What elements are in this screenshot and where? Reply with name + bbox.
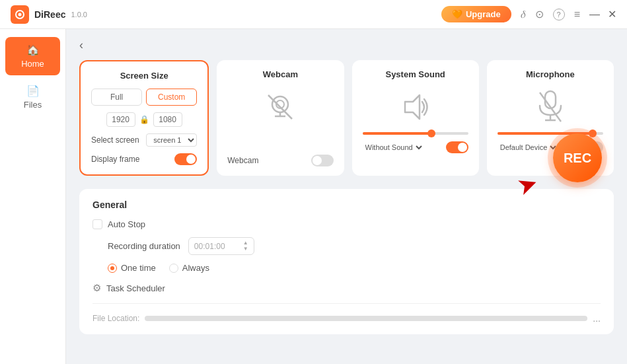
menu-icon[interactable]: ≡ [574,9,580,20]
screen-select[interactable]: screen 1 [146,133,197,147]
duration-input-wrap: ▲ ▼ [188,237,254,255]
custom-size-button[interactable]: Custom [146,89,197,106]
sound-slider-track[interactable] [363,132,468,135]
always-radio[interactable] [169,264,178,273]
rec-button-outer: REC [548,128,607,188]
rec-button[interactable]: REC [553,133,602,182]
files-icon: 📄 [26,85,40,97]
duration-up-arrow[interactable]: ▲ [243,240,248,246]
file-location-label: File Location: [92,314,139,323]
coin-icon[interactable]: 𝛿 [521,9,526,20]
upgrade-label: Upgrade [466,9,501,19]
task-scheduler-label: Task Scheduler [106,283,165,293]
general-section: General Auto Stop Recording duration ▲ ▼ [79,189,614,334]
gear-icon: ⚙ [92,282,101,294]
lock-icon: 🔒 [139,115,149,124]
webcam-label: Webcam [227,156,258,165]
general-title: General [92,200,601,210]
webcam-svg [263,90,297,124]
duration-down-arrow[interactable]: ▼ [243,246,248,252]
file-dots-button[interactable]: ... [593,313,601,324]
resolution-row: 🔒 [91,112,197,127]
app-name: DiReec [34,9,65,20]
window-controls: — ✕ [589,9,616,20]
main-layout: 🏠 Home 📄 Files ‹ Screen Size Full Custom… [0,29,627,364]
duration-input[interactable] [194,242,240,251]
sidebar-item-home[interactable]: 🏠 Home [5,37,60,75]
file-location-row: File Location: ... [92,303,601,324]
sound-slider-fill [363,132,431,135]
size-buttons: Full Custom [91,89,197,106]
title-bar-right: 🧡 Upgrade 𝛿 ⊙ ? ≡ — ✕ [441,6,616,22]
app-logo-icon [15,10,24,19]
screen-size-card: Screen Size Full Custom 🔒 Select screen … [79,60,209,176]
sound-slider-thumb [427,129,435,137]
svg-point-0 [272,96,288,112]
system-sound-title: System Sound [363,69,468,79]
file-path [145,316,587,321]
auto-stop-checkbox[interactable] [92,219,102,229]
system-sound-card: System Sound Without So [352,60,479,176]
one-time-option[interactable]: One time [108,263,156,273]
heart-icon: 🧡 [452,9,462,19]
sound-icon-area [363,87,468,127]
always-label: Always [182,263,209,273]
sidebar-item-files[interactable]: 📄 Files [5,78,60,116]
mic-svg [536,89,565,126]
webcam-icon [260,87,300,127]
one-time-radio[interactable] [108,264,117,273]
app-version: 1.0.0 [71,11,87,18]
one-time-label: One time [121,263,156,273]
sidebar-home-label: Home [21,59,44,69]
back-button[interactable]: ‹ [79,38,83,52]
sound-slider-row [363,132,468,135]
display-frame-label: Display frame [91,155,139,164]
settings-circle-icon[interactable]: ⊙ [535,8,544,20]
task-scheduler-row[interactable]: ⚙ Task Scheduler [92,282,601,294]
always-option[interactable]: Always [169,263,209,273]
webcam-title: Webcam [263,69,298,79]
mic-icon-area [498,87,603,127]
select-screen-label: Select screen [91,135,139,145]
microphone-title: Microphone [498,69,603,79]
sidebar: 🏠 Home 📄 Files [0,29,66,364]
minimize-button[interactable]: — [589,9,600,20]
help-icon[interactable]: ? [553,9,565,20]
width-input[interactable] [106,112,135,127]
system-sound-toggle[interactable] [446,141,468,153]
cards-row: Screen Size Full Custom 🔒 Select screen … [79,60,614,176]
upgrade-button[interactable]: 🧡 Upgrade [441,6,511,22]
duration-arrows: ▲ ▼ [243,240,248,252]
content-area: ‹ Screen Size Full Custom 🔒 Select scree… [66,29,627,364]
radio-row: One time Always [92,263,601,273]
title-bar: DiReec 1.0.0 🧡 Upgrade 𝛿 ⊙ ? ≡ — ✕ [0,0,627,29]
svg-marker-5 [405,95,420,119]
close-button[interactable]: ✕ [608,9,616,20]
rec-button-area: ➤ REC [548,128,607,188]
auto-stop-label: Auto Stop [108,219,145,229]
screen-size-title: Screen Size [91,71,197,81]
recording-duration-row: Recording duration ▲ ▼ [92,237,601,255]
height-input[interactable] [153,112,182,127]
select-screen-row: Select screen screen 1 [91,133,197,147]
sound-svg [400,91,431,123]
sound-dropdown-row: Without Sound With Sound [363,141,468,153]
full-size-button[interactable]: Full [91,89,142,106]
sidebar-files-label: Files [24,100,42,110]
display-frame-toggle[interactable] [174,153,197,165]
recording-duration-label: Recording duration [108,241,180,251]
display-frame-row: Display frame [91,153,197,165]
auto-stop-row: Auto Stop [92,219,601,229]
home-icon: 🏠 [26,44,40,56]
webcam-card: Webcam Webcam [217,60,344,176]
webcam-bottom-row: Webcam [227,155,333,166]
app-info: DiReec 1.0.0 [11,5,87,24]
webcam-toggle[interactable] [311,155,334,166]
sound-select[interactable]: Without Sound With Sound [363,143,424,152]
app-logo [11,5,29,24]
